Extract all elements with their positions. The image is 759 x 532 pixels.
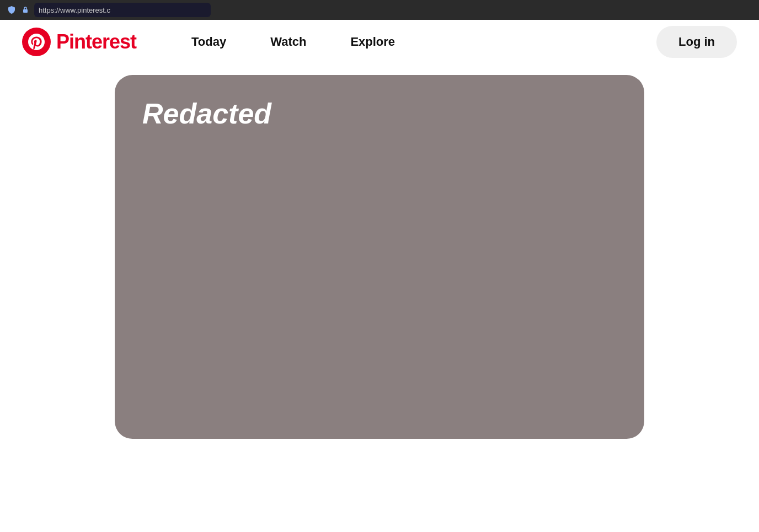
browser-chrome: https://www.pinterest.c	[0, 0, 759, 20]
redacted-card: Redacted	[115, 75, 644, 439]
nav-explore[interactable]: Explore	[328, 28, 417, 56]
login-button[interactable]: Log in	[656, 26, 737, 58]
pinterest-icon	[22, 28, 51, 56]
lock-icon	[21, 6, 30, 14]
site-header: Pinterest Today Watch Explore Log in	[0, 20, 759, 64]
url-bar[interactable]: https://www.pinterest.c	[34, 3, 211, 17]
shield-icon	[7, 5, 17, 15]
svg-rect-0	[23, 9, 28, 13]
pinterest-logo[interactable]: Pinterest	[22, 28, 136, 56]
nav-today[interactable]: Today	[169, 28, 248, 56]
main-content: Redacted	[0, 64, 759, 439]
pinterest-wordmark: Pinterest	[56, 30, 136, 53]
url-text: https://www.pinterest.c	[39, 6, 110, 14]
redacted-label: Redacted	[142, 97, 271, 130]
main-nav: Today Watch Explore	[169, 28, 656, 56]
nav-watch[interactable]: Watch	[248, 28, 328, 56]
